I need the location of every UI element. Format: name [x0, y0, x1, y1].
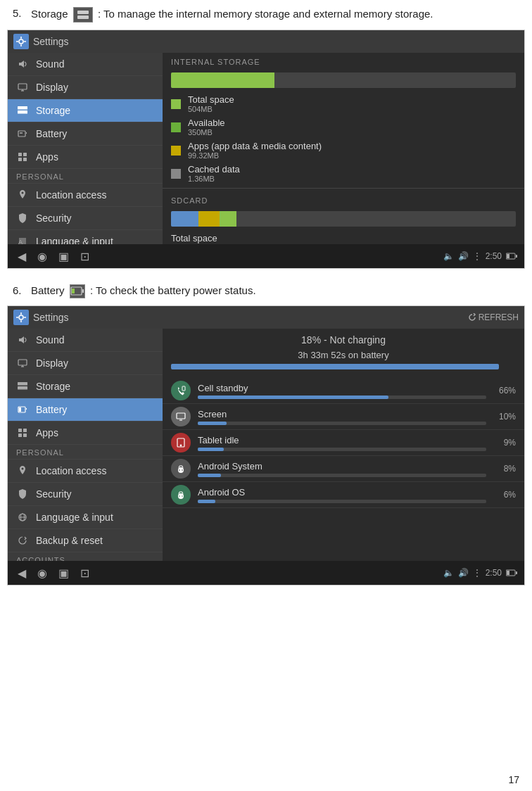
screenshot2-battery: Settings REFRESH Sound Display Stora — [7, 305, 525, 586]
internal-storage-label: INTERNAL STORAGE — [163, 53, 524, 68]
home-icon2[interactable]: ◉ — [34, 567, 50, 580]
tablet-idle-name: Tablet idle — [198, 435, 486, 445]
svg-rect-31 — [18, 360, 27, 365]
storage-color-apps — [171, 146, 181, 156]
nav-bar1: ◀ ◉ ▣ ⊡ 🔈 🔊 ⋮ 2:50 — [8, 244, 524, 268]
android-system-bar — [198, 474, 221, 477]
android-os-bar-bg — [198, 500, 486, 503]
battery-time-bar-area: 3h 33m 52s on battery — [163, 348, 524, 378]
battery-full-bar — [171, 364, 499, 369]
storage-color-available — [171, 122, 181, 132]
svg-rect-41 — [18, 434, 22, 437]
svg-rect-58 — [507, 571, 509, 575]
svg-rect-17 — [18, 158, 22, 161]
backup-icon2 — [16, 534, 29, 547]
storage-item-apps: Apps (app data & media content) 99.32MB — [163, 139, 524, 162]
battery-nav2 — [506, 569, 517, 576]
section5-description: : To manage the internal memory storage … — [98, 8, 433, 20]
svg-point-55 — [179, 495, 180, 497]
sidebar1-battery-label: Battery — [36, 128, 67, 139]
titlebar1-title: Settings — [33, 36, 69, 47]
display-icon2 — [16, 357, 29, 369]
tablet-idle-bar — [198, 448, 224, 451]
svg-point-2 — [19, 39, 23, 44]
storage-name-available: Available — [188, 118, 516, 128]
sidebar1-sound[interactable]: Sound — [8, 53, 163, 76]
sidebar1-personal-label: PERSONAL — [8, 169, 163, 184]
more-icon1[interactable]: ⋮ — [473, 251, 481, 261]
refresh-button[interactable]: REFRESH — [468, 312, 519, 322]
storage-item-cache: Cached data 1.36MB — [163, 162, 524, 185]
sidebar1-display[interactable]: Display — [8, 76, 163, 99]
sidebar2-backup[interactable]: Backup & reset — [8, 529, 163, 552]
screen-bar — [198, 422, 227, 425]
sidebar2-language-label: Language & input — [36, 512, 113, 523]
vol-down1[interactable]: 🔈 — [443, 251, 454, 261]
tablet-idle-icon — [171, 433, 191, 453]
sidebar1-storage[interactable]: Storage — [8, 99, 163, 122]
section6-label: Battery — [31, 284, 65, 296]
sidebar2-battery[interactable]: Battery — [8, 398, 163, 422]
svg-rect-18 — [23, 158, 27, 161]
refresh-label: REFRESH — [479, 312, 519, 322]
back-icon2[interactable]: ◀ — [15, 567, 29, 580]
sidebar1-security[interactable]: Security — [8, 207, 163, 230]
sidebar1: Sound Display Storage Battery Apps — [8, 53, 163, 244]
sdcard-total-name: Total space — [171, 233, 516, 243]
location-icon — [16, 189, 29, 201]
home-icon1[interactable]: ◉ — [34, 250, 50, 263]
recent-icon2[interactable]: ▣ — [56, 567, 72, 580]
android-system-pct: 8% — [493, 464, 516, 474]
screen-pct: 10% — [493, 412, 516, 422]
main-panel-battery: 18% - Not charging 3h 33m 52s on battery… — [163, 329, 524, 561]
sidebar2-sound[interactable]: Sound — [8, 329, 163, 352]
vol-up2[interactable]: 🔊 — [458, 568, 469, 578]
back-icon1[interactable]: ◀ — [15, 250, 29, 263]
sdcard-bar-green — [220, 211, 237, 227]
sidebar1-apps[interactable]: Apps — [8, 146, 163, 169]
storage-val-cache: 1.36MB — [188, 175, 516, 183]
recent-icon1[interactable]: ▣ — [56, 250, 72, 263]
section6-intro: 6. Battery : To check the battery power … — [0, 277, 532, 303]
sidebar1-location[interactable]: Location access — [8, 184, 163, 207]
sidebar2-security[interactable]: Security — [8, 483, 163, 506]
sdcard-bar-yellow — [198, 211, 219, 227]
storage-icon — [16, 104, 29, 117]
sidebar2-language[interactable]: Language & input — [8, 506, 163, 529]
apps-icon — [16, 151, 29, 163]
page-number: 17 — [508, 774, 519, 785]
sidebar1-battery[interactable]: Battery — [8, 122, 163, 146]
battery-nav1 — [506, 253, 517, 260]
android-os-icon — [171, 485, 191, 505]
sdcard-total-bar — [171, 211, 516, 227]
sidebar1-apps-label: Apps — [36, 151, 58, 163]
security-icon — [16, 212, 29, 224]
sidebar2-storage[interactable]: Storage — [8, 375, 163, 398]
svg-rect-11 — [18, 110, 27, 114]
sidebar1-display-label: Display — [36, 82, 68, 93]
sidebar2-display[interactable]: Display — [8, 352, 163, 375]
sidebar2-apps-label: Apps — [36, 427, 58, 438]
svg-rect-16 — [23, 153, 27, 156]
nav-right2: 🔈 🔊 ⋮ 2:50 — [443, 568, 517, 578]
sidebar2-apps[interactable]: Apps — [8, 422, 163, 445]
sidebar2-location[interactable]: Location access — [8, 460, 163, 483]
titlebar2: Settings REFRESH — [8, 306, 524, 329]
svg-rect-12 — [18, 131, 25, 137]
titlebar1: Settings — [8, 30, 524, 53]
storage-color-total — [171, 99, 181, 109]
storage-icon2 — [16, 380, 29, 393]
screen-icon1[interactable]: ⊡ — [77, 250, 92, 263]
svg-rect-34 — [18, 382, 27, 386]
screen-icon-nav2[interactable]: ⊡ — [77, 567, 92, 580]
storage-val-apps: 99.32MB — [188, 151, 516, 160]
screen-icon2 — [171, 407, 191, 426]
vol-down2[interactable]: 🔈 — [443, 568, 454, 578]
storage-name-cache: Cached data — [188, 164, 516, 175]
section6-description: : To check the battery power status. — [90, 284, 256, 296]
svg-rect-15 — [18, 153, 22, 156]
storage-val-total: 504MB — [188, 105, 516, 113]
vol-up1[interactable]: 🔊 — [458, 251, 469, 261]
storage-item-available: Available 350MB — [163, 115, 524, 139]
more-icon2[interactable]: ⋮ — [473, 568, 481, 578]
